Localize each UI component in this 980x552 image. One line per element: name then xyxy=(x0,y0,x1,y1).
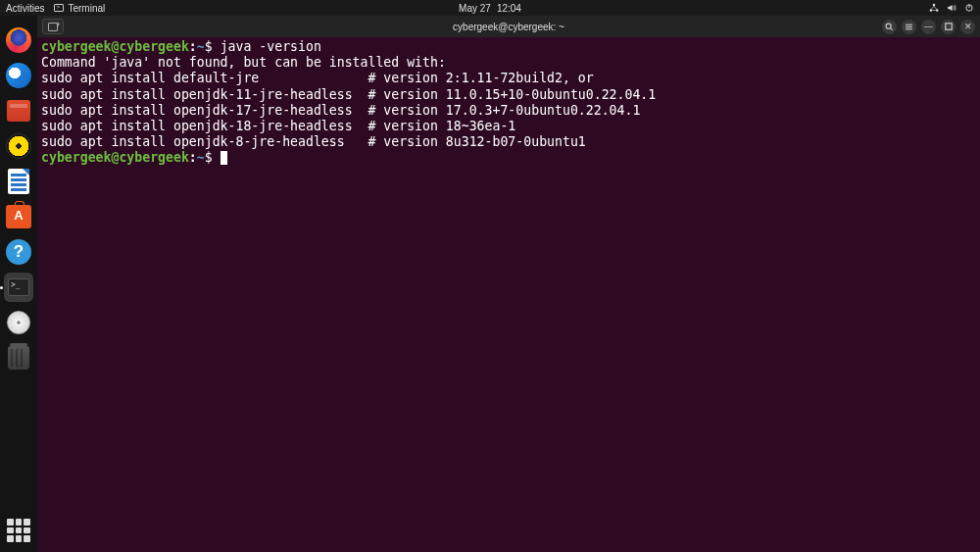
minimize-button[interactable]: — xyxy=(921,20,936,34)
disc-icon xyxy=(7,311,30,334)
trash-icon xyxy=(8,346,29,370)
terminal-icon xyxy=(4,273,33,302)
maximize-icon xyxy=(945,23,953,30)
svg-point-5 xyxy=(886,24,891,28)
active-app-label: Terminal xyxy=(68,3,105,14)
svg-point-0 xyxy=(933,4,936,7)
new-tab-button[interactable] xyxy=(42,19,64,34)
files-icon xyxy=(7,100,30,122)
terminal-window: cybergeek@cybergeek: ~ — ✕ cybergeek@cyb… xyxy=(37,16,980,552)
prompt-path: ~ xyxy=(197,39,205,54)
svg-line-6 xyxy=(891,27,893,29)
prompt-symbol: $ xyxy=(205,150,220,165)
prompt-colon: : xyxy=(189,150,197,165)
menu-button[interactable] xyxy=(902,20,916,34)
output-line: sudo apt install openjdk-11-jre-headless… xyxy=(41,87,656,102)
svg-point-1 xyxy=(930,9,933,12)
terminal-content[interactable]: cybergeek@cybergeek:~$ java -version Com… xyxy=(37,37,980,552)
hamburger-icon xyxy=(905,23,913,31)
ubuntu-software-icon xyxy=(6,205,31,228)
output-line: sudo apt install default-jre # version 2… xyxy=(41,71,594,85)
clock[interactable]: May 27 12:04 xyxy=(459,3,521,14)
window-titlebar[interactable]: cybergeek@cybergeek: ~ — ✕ xyxy=(37,16,980,37)
prompt-path: ~ xyxy=(197,150,205,165)
firefox-icon xyxy=(6,27,31,53)
new-tab-icon xyxy=(48,23,58,31)
prompt-user: cybergeek@cybergeek xyxy=(41,39,189,54)
rhythmbox-icon xyxy=(6,133,31,159)
dock-libreoffice-writer[interactable] xyxy=(4,167,33,196)
dock-thunderbird[interactable] xyxy=(4,61,33,90)
dock-help[interactable]: ? xyxy=(4,237,33,267)
search-icon xyxy=(885,23,894,31)
system-status-area[interactable] xyxy=(929,3,974,13)
dock-ubuntu-software[interactable] xyxy=(4,202,33,231)
time-label: 12:04 xyxy=(497,3,521,14)
dock-rhythmbox[interactable] xyxy=(4,131,33,161)
dock-disc[interactable] xyxy=(4,308,33,337)
volume-icon xyxy=(947,3,956,13)
dock-terminal[interactable] xyxy=(4,273,33,302)
dock: ? xyxy=(0,16,37,552)
dock-trash[interactable] xyxy=(4,343,33,373)
top-panel: Activities Terminal May 27 12:04 xyxy=(0,0,980,16)
search-button[interactable] xyxy=(882,20,897,34)
thunderbird-icon xyxy=(6,63,31,88)
show-applications-button[interactable] xyxy=(7,519,30,542)
prompt-user: cybergeek@cybergeek xyxy=(41,150,189,165)
cursor xyxy=(220,151,227,165)
terminal-icon xyxy=(54,4,64,12)
prompt-colon: : xyxy=(189,39,197,54)
command-text: java -version xyxy=(220,39,321,54)
dock-files[interactable] xyxy=(4,96,33,125)
output-line: Command 'java' not found, but can be ins… xyxy=(41,55,446,70)
prompt-symbol: $ xyxy=(205,39,220,54)
maximize-button[interactable] xyxy=(941,20,956,34)
dock-firefox[interactable] xyxy=(4,25,33,55)
active-app-menu[interactable]: Terminal xyxy=(54,3,105,14)
output-line: sudo apt install openjdk-18-jre-headless… xyxy=(41,119,515,133)
output-line: sudo apt install openjdk-17-jre-headless… xyxy=(41,103,640,118)
activities-button[interactable]: Activities xyxy=(6,3,44,14)
svg-rect-10 xyxy=(945,24,951,29)
close-button[interactable]: ✕ xyxy=(960,20,975,34)
window-title: cybergeek@cybergeek: ~ xyxy=(453,22,564,32)
date-label: May 27 xyxy=(459,3,491,14)
libreoffice-writer-icon xyxy=(8,169,29,194)
network-icon xyxy=(929,3,939,13)
output-line: sudo apt install openjdk-8-jre-headless … xyxy=(41,134,586,149)
power-icon xyxy=(964,3,974,13)
help-icon: ? xyxy=(6,239,31,265)
svg-point-2 xyxy=(936,9,939,12)
